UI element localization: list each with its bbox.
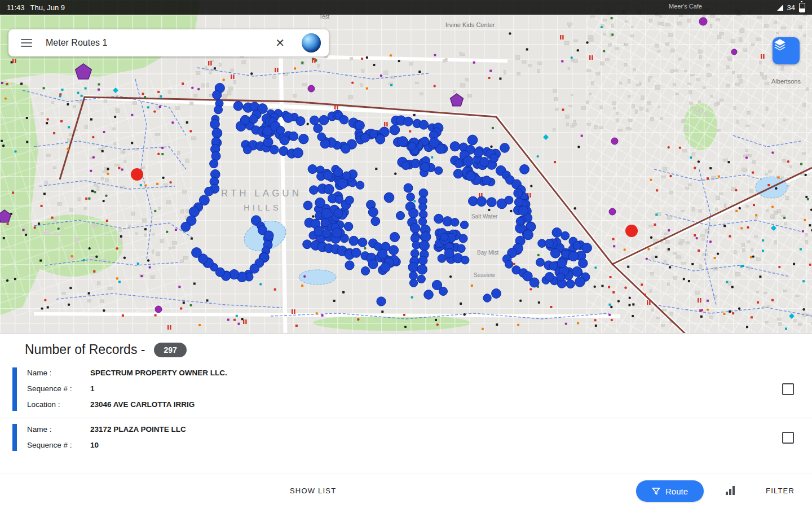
meter-dot[interactable] xyxy=(483,294,491,302)
meter-dot[interactable] xyxy=(319,115,329,125)
meter-dot[interactable] xyxy=(550,248,560,258)
meter-dot[interactable] xyxy=(561,231,570,240)
meter-dot[interactable] xyxy=(421,163,430,172)
meter-dot[interactable] xyxy=(324,184,334,194)
meter-dot[interactable] xyxy=(240,115,250,125)
meter-dot[interactable] xyxy=(545,272,554,281)
meter-dot[interactable] xyxy=(310,116,319,125)
meter-dot[interactable] xyxy=(317,133,326,141)
meter-dot[interactable] xyxy=(514,198,523,207)
filter-button[interactable]: FILTER xyxy=(766,487,795,495)
meter-dot[interactable] xyxy=(573,242,581,249)
meter-dot[interactable] xyxy=(417,265,427,275)
meter-dot[interactable] xyxy=(321,208,332,218)
meter-dot[interactable] xyxy=(409,271,418,280)
account-avatar[interactable] xyxy=(302,33,321,52)
meter-dot[interactable] xyxy=(303,201,312,210)
meter-dot[interactable] xyxy=(582,243,592,253)
meter-dot[interactable] xyxy=(212,128,222,138)
meter-dot[interactable] xyxy=(457,244,465,252)
meter-dot[interactable] xyxy=(438,254,446,262)
meter-dot[interactable] xyxy=(411,159,420,168)
stats-icon[interactable] xyxy=(726,486,735,495)
meter-dot[interactable] xyxy=(299,134,308,144)
meter-dot[interactable] xyxy=(377,297,386,306)
purple-marker[interactable] xyxy=(308,85,315,92)
meter-dot[interactable] xyxy=(332,228,342,238)
meter-dot[interactable] xyxy=(566,280,575,288)
meter-dot[interactable] xyxy=(270,145,279,154)
meter-dot[interactable] xyxy=(516,217,524,225)
meter-dot[interactable] xyxy=(549,262,558,270)
meter-dot[interactable] xyxy=(381,262,390,272)
meter-dot[interactable] xyxy=(474,148,483,157)
meter-dot[interactable] xyxy=(210,160,218,168)
meter-dot[interactable] xyxy=(339,116,348,124)
route-button[interactable]: Route xyxy=(636,480,704,502)
menu-icon[interactable] xyxy=(21,39,32,47)
meter-dot[interactable] xyxy=(480,157,489,167)
meter-dot[interactable] xyxy=(368,260,378,269)
meter-dot[interactable] xyxy=(476,196,486,206)
meter-dot[interactable] xyxy=(280,136,289,145)
meter-dot[interactable] xyxy=(482,176,491,185)
purple-marker[interactable] xyxy=(731,49,737,55)
meter-dot[interactable] xyxy=(575,277,585,287)
meter-dot[interactable] xyxy=(463,156,473,167)
meter-dot[interactable] xyxy=(536,258,545,266)
meter-dot[interactable] xyxy=(410,224,420,233)
meter-dot[interactable] xyxy=(368,207,378,217)
record-item[interactable]: Name : SPECTRUM PROPERTY OWNER LLC. Sequ… xyxy=(0,362,812,418)
meter-dot[interactable] xyxy=(408,142,416,150)
meter-dot[interactable] xyxy=(529,278,539,287)
meter-dot[interactable] xyxy=(371,217,380,226)
record-checkbox[interactable] xyxy=(782,432,794,444)
meter-dot[interactable] xyxy=(276,126,285,134)
meter-dot[interactable] xyxy=(244,146,252,154)
meter-dot[interactable] xyxy=(323,229,331,238)
meter-dot[interactable] xyxy=(249,115,258,124)
meter-dot[interactable] xyxy=(440,233,448,241)
meter-dot[interactable] xyxy=(279,147,288,156)
meter-dot[interactable] xyxy=(459,234,467,243)
meter-dot[interactable] xyxy=(344,222,353,231)
meter-dot[interactable] xyxy=(453,169,462,178)
meter-dot[interactable] xyxy=(434,214,444,224)
meter-dot[interactable] xyxy=(418,217,426,225)
meter-dot[interactable] xyxy=(520,165,529,174)
meter-dot[interactable] xyxy=(289,132,298,141)
meter-dot[interactable] xyxy=(396,211,404,220)
meter-dot[interactable] xyxy=(369,130,377,138)
meter-dot[interactable] xyxy=(341,144,350,154)
meter-dot[interactable] xyxy=(361,266,369,275)
meter-dot[interactable] xyxy=(361,133,370,142)
meter-dot[interactable] xyxy=(461,256,469,264)
meter-dot[interactable] xyxy=(500,143,510,153)
meter-dot[interactable] xyxy=(398,137,408,147)
meter-dot[interactable] xyxy=(408,262,418,273)
meter-dot[interactable] xyxy=(557,273,565,282)
purple-marker[interactable] xyxy=(699,17,707,25)
meter-dot[interactable] xyxy=(324,171,333,181)
meter-dot[interactable] xyxy=(444,248,454,258)
meter-dot[interactable] xyxy=(411,249,419,258)
meter-dot[interactable] xyxy=(505,196,513,204)
show-list-button[interactable]: SHOW LIST xyxy=(290,487,336,495)
meter-dot[interactable] xyxy=(310,186,319,195)
purple-marker[interactable] xyxy=(155,306,162,313)
meter-dot[interactable] xyxy=(314,124,323,133)
meter-dot[interactable] xyxy=(487,198,496,207)
search-input[interactable]: Meter Routes 1 xyxy=(46,38,275,48)
meter-dot[interactable] xyxy=(189,207,199,217)
meter-dot[interactable] xyxy=(421,231,431,242)
record-checkbox[interactable] xyxy=(782,383,794,395)
meter-dot[interactable] xyxy=(424,290,434,300)
meter-dot[interactable] xyxy=(420,240,430,251)
meter-dot[interactable] xyxy=(334,168,343,177)
meter-dot[interactable] xyxy=(378,249,387,259)
meter-dot[interactable] xyxy=(505,260,513,268)
meter-dot[interactable] xyxy=(454,160,463,168)
meter-dot[interactable] xyxy=(467,135,478,145)
meter-dot[interactable] xyxy=(568,251,578,261)
alert-marker[interactable] xyxy=(625,225,638,237)
